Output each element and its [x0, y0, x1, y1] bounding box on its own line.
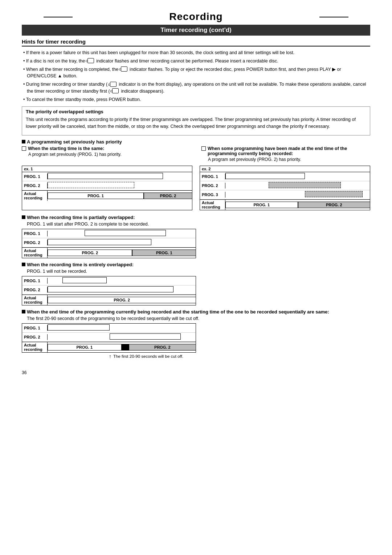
hint-3: When all the timer recording is complete… [22, 66, 370, 80]
col1-heading: When the starting time is the same: [22, 146, 191, 151]
ex1-label: ex. 1 [22, 166, 192, 172]
section-d-heading: When the end time of the programming cur… [22, 309, 370, 315]
ex1-prog2-row: PROG. 2 [22, 181, 192, 190]
page-title: Recording [22, 11, 370, 23]
col1: When the starting time is the same: A pr… [22, 146, 191, 164]
col2-note: A program set previously (PROG. 2) has p… [208, 157, 370, 162]
ex2-diagram: ex. 2 PROG. 1 PROG. 2 PROG. 3 [200, 166, 370, 210]
section-c-note: PROG. 1 will not be recorded. [27, 269, 370, 274]
ex2-prog3-row: PROG. 3 [200, 190, 370, 199]
section-b-diagram: PROG. 1 PROG. 2 Actualrecording PROG. 2 … [22, 229, 196, 258]
ex1-diagram: ex. 1 PROG. 1 PROG. 2 Actualrecording PR… [22, 166, 192, 210]
ex1-prog1-row: PROG. 1 [22, 172, 192, 181]
subsection-header: Hints for timer recording [22, 39, 370, 46]
section-b-note: PROG. 1 will start after PROG. 2 is comp… [27, 222, 370, 227]
section-a-columns: When the starting time is the same: A pr… [22, 146, 370, 164]
ex1-actual-row: Actualrecording PROG. 1 PROG. 2 [22, 190, 192, 201]
section-c-heading: When the recording time is entirely over… [22, 262, 370, 267]
section-c-diagram: PROG. 1 PROG. 2 Actualrecording PROG. 2 [22, 276, 196, 305]
ex2-label: ex. 2 [200, 166, 370, 172]
section-d-diagram: PROG. 1 PROG. 2 Actualrecording PROG. 1 … [22, 323, 196, 353]
col1-note: A program set previously (PROG. 1) has p… [28, 152, 191, 157]
ex2-actual-row: Actualrecording PROG. 1 PROG. 2 [200, 199, 370, 210]
section-header: Timer recording (cont'd) [22, 25, 370, 36]
hint-1: If there is a power failure or this unit… [22, 49, 370, 56]
priority-box: The priority of overlapped settings This… [22, 106, 370, 135]
hint-4: During timer recording or timer standby … [22, 81, 370, 95]
hints-list: If there is a power failure or this unit… [22, 49, 370, 103]
section-d-actual: Actualrecording PROG. 1 PROG. 2 [22, 342, 196, 352]
section-b-actual: Actualrecording PROG. 2 PROG. 1 [22, 247, 196, 258]
ex2-prog2-row: PROG. 2 [200, 181, 370, 190]
col2-heading: When some programming have been made at … [201, 146, 370, 156]
page-container: Recording Timer recording (cont'd) Hints… [22, 11, 370, 375]
col2: When some programming have been made at … [201, 146, 370, 164]
page-number: 36 [22, 370, 370, 375]
ex2-prog1-row: PROG. 1 [200, 172, 370, 181]
section-d-diagram-area: PROG. 1 PROG. 2 Actualrecording PROG. 1 … [22, 323, 370, 353]
section-d-note: The first 20-90 seconds of the programmi… [27, 316, 370, 321]
section-a-heading: A programming set previously has priorit… [22, 139, 370, 145]
priority-box-body: This unit records the programs according… [26, 116, 366, 130]
hint-2: If a disc is not on the tray, the ⊙ indi… [22, 58, 370, 65]
ex-diagrams-row: ex. 1 PROG. 1 PROG. 2 Actualrecording PR… [22, 166, 370, 210]
section-d-cutoff-note: ↑ The first 20-90 seconds will be cut of… [109, 353, 370, 359]
section-b-heading: When the recording time is partially ove… [22, 215, 370, 220]
hint-5: To cancel the timer standby mode, press … [22, 96, 370, 103]
priority-box-title: The priority of overlapped settings [26, 109, 366, 114]
section-c-actual: Actualrecording PROG. 2 [22, 295, 196, 305]
